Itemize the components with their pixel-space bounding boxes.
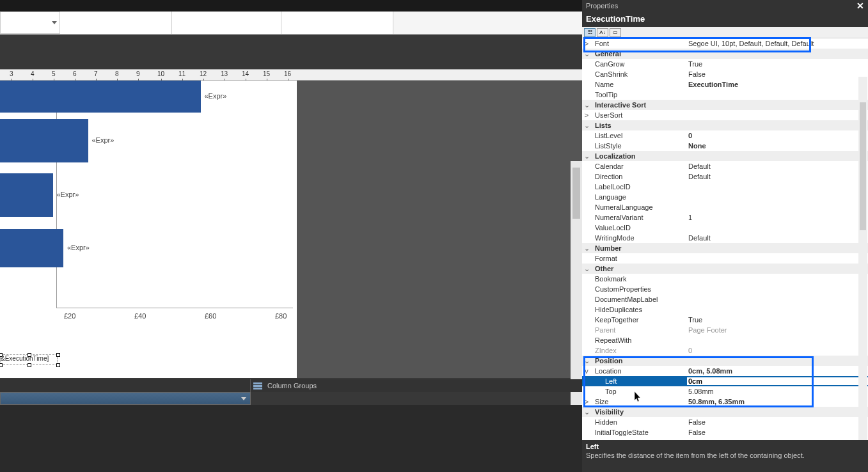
property-value[interactable]: 0 [687,132,868,139]
chart-bar[interactable] [0,119,88,162]
resize-handle-sw[interactable] [0,363,3,367]
property-value[interactable]: 5.08mm [687,388,868,395]
expand-icon[interactable]: v [582,367,591,375]
close-icon[interactable]: ✕ [856,1,864,11]
property-value[interactable]: 50.8mm, 6.35mm [687,398,868,405]
property-value[interactable]: False [687,429,868,436]
resize-handle-se[interactable] [56,363,60,367]
property-row[interactable]: Format [582,253,868,264]
property-row[interactable]: DocumentMapLabel [582,294,868,304]
property-value[interactable]: Default [687,162,868,170]
name-box-dropdown[interactable] [0,12,60,34]
property-row[interactable]: >UserSort [582,110,868,120]
resize-handle-s[interactable] [28,363,31,367]
property-value[interactable]: False [687,70,868,78]
expand-icon[interactable]: ⌄ [582,408,591,416]
chart-bar[interactable] [0,81,201,113]
property-category[interactable]: ⌄Lists [582,120,868,130]
property-pages-button[interactable]: ▭ [610,28,621,37]
property-row[interactable]: LabelLocID [582,182,868,192]
row-group-dropdown[interactable] [0,392,251,405]
properties-scrollbar[interactable] [858,77,867,440]
resize-handle-ne[interactable] [56,353,60,357]
property-row[interactable]: Language [582,192,868,202]
chart-bar[interactable] [0,173,53,217]
alphabetical-view-button[interactable]: A↓ [597,28,608,37]
property-label: NumeralVariant [591,214,687,221]
property-row[interactable]: KeepTogetherTrue [582,315,868,325]
property-category[interactable]: ⌄Localization [582,151,868,161]
property-row[interactable]: vLocation0cm, 5.08mm [582,366,868,376]
property-label: Lists [591,122,687,129]
properties-grid[interactable]: >FontSegoe UI, 10pt, Default, Default, D… [582,38,868,440]
property-value[interactable]: True [687,60,868,68]
property-row[interactable]: ListLevel0 [582,130,868,141]
property-row[interactable]: Top5.08mm [582,386,868,397]
property-row[interactable]: ParentPage Footer [582,325,868,335]
expand-icon[interactable]: ⌄ [582,101,591,109]
property-row[interactable]: WritingModeDefault [582,233,868,243]
property-row[interactable]: ValueLocID [582,223,868,233]
property-row[interactable]: HideDuplicates [582,304,868,315]
property-row[interactable]: CalendarDefault [582,161,868,171]
property-row[interactable]: >FontSegoe UI, 10pt, Default, Default, D… [582,38,868,49]
property-category[interactable]: ⌄Number [582,243,868,253]
property-value[interactable]: 0cm [687,377,868,385]
property-category[interactable]: ⌄Visibility [582,407,868,417]
property-value[interactable]: None [687,142,868,150]
property-row[interactable]: ListStyleNone [582,141,868,151]
property-category[interactable]: ⌄Other [582,264,868,274]
chart-bar[interactable] [0,229,63,267]
property-row[interactable]: CustomProperties [582,284,868,294]
property-value[interactable]: Segoe UI, 10pt, Default, Default, Defaul… [687,40,868,47]
expand-icon[interactable]: ⌄ [582,50,591,58]
property-row[interactable]: NumeralVariant1 [582,212,868,223]
report-canvas[interactable]: «Expr»«Expr»«Expr»«Expr» £20£40£60£80 &E… [0,81,582,378]
property-row[interactable]: Left0cm [582,376,868,386]
expand-icon[interactable]: ⌄ [582,244,591,253]
report-page[interactable]: «Expr»«Expr»«Expr»«Expr» £20£40£60£80 &E… [0,81,297,378]
description-title: Left [586,443,864,450]
property-row[interactable]: Bookmark [582,274,868,284]
property-value[interactable]: Default [687,173,868,180]
property-row[interactable]: ZIndex0 [582,345,868,356]
property-row[interactable]: ToolTip [582,90,868,100]
property-value[interactable]: False [687,418,868,426]
expand-icon[interactable]: > [582,111,591,119]
property-category[interactable]: ⌄General [582,49,868,59]
property-row[interactable]: RepeatWith [582,335,868,345]
expand-icon[interactable]: ⌄ [582,357,591,365]
property-category[interactable]: ⌄Position [582,356,868,366]
property-value[interactable]: True [687,316,868,324]
property-row[interactable]: NameExecutionTime [582,79,868,90]
property-label: ZIndex [591,347,687,354]
svg-rect-2 [253,388,262,389]
expand-icon[interactable]: ⌄ [582,152,591,161]
expand-icon[interactable]: ⌄ [582,265,591,273]
expand-icon[interactable]: ⌄ [582,122,591,130]
property-row[interactable]: DirectionDefault [582,171,868,182]
property-value[interactable]: 1 [687,214,868,221]
property-row[interactable]: CanShrinkFalse [582,69,868,79]
property-row[interactable]: HiddenFalse [582,417,868,427]
categorized-view-button[interactable]: ☷ [584,28,596,37]
property-value[interactable]: ExecutionTime [687,81,868,88]
expand-icon[interactable]: > [582,398,591,405]
property-category[interactable]: ⌄Interactive Sort [582,100,868,110]
property-label: UserSort [591,111,687,119]
expand-icon[interactable]: > [582,40,591,47]
property-value[interactable]: Page Footer [687,326,868,334]
execution-time-textbox[interactable]: &ExecutionTime] [0,354,58,365]
property-label: RepeatWith [591,336,687,344]
property-row[interactable]: NumeralLanguage [582,202,868,212]
ribbon-cell-2 [60,12,172,34]
property-row[interactable]: >Size50.8mm, 6.35mm [582,397,868,407]
resize-handle-n[interactable] [28,353,31,357]
property-value[interactable]: 0cm, 5.08mm [687,367,868,375]
resize-handle-nw[interactable] [0,353,3,357]
property-row[interactable]: CanGrowTrue [582,59,868,69]
property-value[interactable]: 0 [687,347,868,354]
property-row[interactable]: InitialToggleStateFalse [582,427,868,437]
bar-value-label: «Expr» [57,191,79,198]
property-value[interactable]: Default [687,234,868,242]
